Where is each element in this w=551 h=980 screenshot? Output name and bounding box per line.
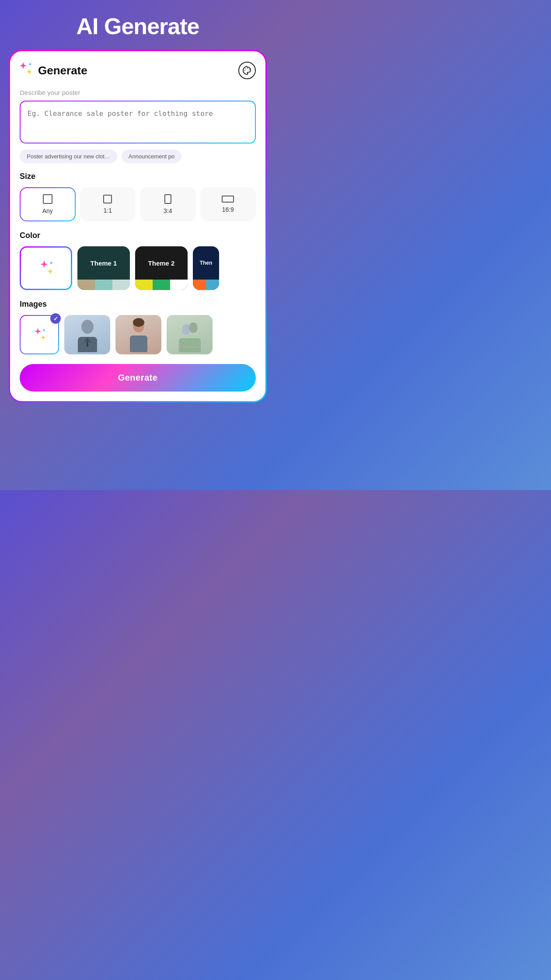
color-title: Color [20, 231, 256, 240]
theme2-swatch2 [153, 280, 170, 290]
text-input-wrap [20, 101, 256, 144]
color-theme2[interactable]: Theme 2 [135, 246, 188, 290]
main-card: Generate Describe your poster Poster adv… [9, 50, 267, 402]
header-left: Generate [20, 62, 87, 79]
size-3-4-icon [164, 194, 171, 204]
sparkle-icon [20, 62, 34, 79]
describe-label: Describe your poster [20, 89, 256, 96]
svg-point-2 [245, 68, 246, 69]
size-3-4-label: 3:4 [164, 207, 172, 214]
theme1-swatch2 [95, 280, 112, 290]
color-options: Theme 1 Theme 2 [20, 246, 256, 290]
theme2-swatch1 [135, 280, 153, 290]
theme3-top: Then [193, 246, 219, 280]
theme3-swatch2 [206, 280, 219, 290]
check-badge: ✓ [50, 313, 61, 324]
theme3-name: Then [200, 260, 213, 266]
images-title: Images [20, 300, 256, 309]
size-any-label: Any [42, 207, 53, 214]
color-theme3[interactable]: Then [193, 246, 219, 290]
theme2-swatches [135, 280, 188, 290]
theme3-swatch1 [193, 280, 206, 290]
size-3-4[interactable]: 3:4 [140, 187, 196, 221]
image-person1[interactable] [64, 315, 110, 354]
theme1-top: Theme 1 [77, 246, 130, 280]
theme1-swatches [77, 280, 130, 290]
size-1-1-label: 1:1 [104, 207, 112, 214]
theme1-name: Theme 1 [91, 259, 117, 267]
generate-button[interactable]: Generate [20, 364, 256, 392]
size-1-1[interactable]: 1:1 [80, 187, 136, 221]
person1-placeholder [64, 315, 110, 354]
svg-rect-11 [130, 336, 147, 352]
image-person2[interactable] [115, 315, 161, 354]
palette-button[interactable] [238, 62, 256, 79]
image-ai-sparkle-icon [31, 326, 48, 343]
theme2-swatch3 [170, 280, 188, 290]
svg-point-4 [81, 320, 94, 334]
color-ai-option[interactable] [20, 246, 72, 290]
person2-placeholder [115, 315, 161, 354]
person3-placeholder [167, 315, 213, 354]
size-any[interactable]: Any [20, 187, 76, 221]
size-1-1-icon [103, 195, 112, 203]
theme2-top: Theme 2 [135, 246, 188, 280]
svg-rect-14 [179, 338, 201, 352]
size-title: Size [20, 172, 256, 181]
card-header: Generate [20, 62, 256, 79]
theme1-swatch1 [77, 280, 95, 290]
size-any-icon [43, 194, 52, 204]
svg-point-1 [249, 70, 250, 70]
image-ai-option[interactable]: ✓ [20, 315, 59, 354]
ai-sparkle-icon [36, 259, 56, 278]
images-row: ✓ [20, 315, 256, 354]
svg-point-13 [189, 322, 198, 333]
describe-input[interactable] [21, 102, 255, 141]
svg-point-3 [244, 70, 245, 71]
theme3-swatches [193, 280, 219, 290]
image-person3[interactable] [167, 315, 213, 354]
svg-point-0 [247, 68, 248, 69]
size-16-9-label: 16:9 [222, 206, 234, 213]
header-title: Generate [38, 64, 87, 77]
theme1-swatch3 [112, 280, 130, 290]
chip-0[interactable]: Poster advertising our new clot… [20, 150, 117, 163]
chips-row: Poster advertising our new clot… Announc… [20, 150, 256, 163]
page-title: AI Generate [77, 13, 199, 39]
svg-point-10 [133, 318, 144, 327]
size-options: Any 1:1 3:4 16:9 [20, 187, 256, 221]
size-16-9[interactable]: 16:9 [200, 187, 256, 221]
theme2-name: Theme 2 [148, 259, 175, 267]
size-16-9-icon [222, 196, 234, 203]
color-theme1[interactable]: Theme 1 [77, 246, 130, 290]
chip-1[interactable]: Announcement po [122, 150, 182, 163]
